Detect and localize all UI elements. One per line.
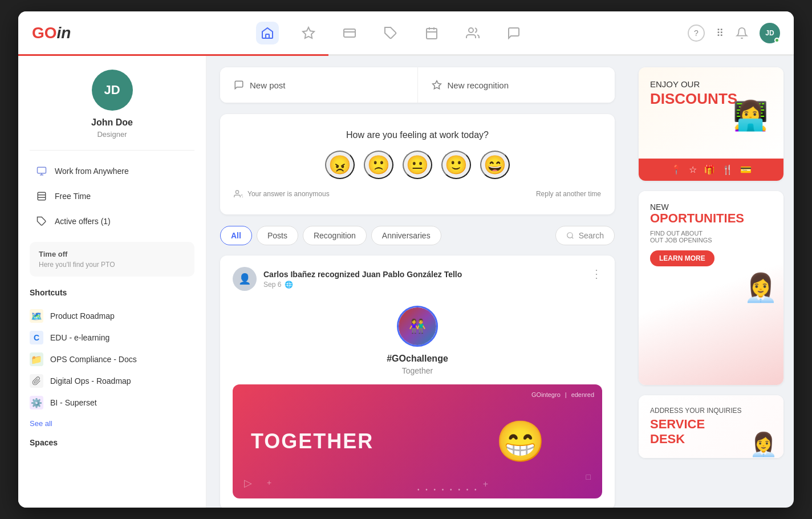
shortcut-bi[interactable]: ⚙️ BI - Superset <box>30 392 194 413</box>
search-tab[interactable]: Search <box>555 226 615 245</box>
shortcut-bi-label: BI - Superset <box>50 398 97 407</box>
ad-service-content: ADDRESS YOUR INQUIRIES SERVICEDESK 👩‍💼 <box>639 395 783 458</box>
sidebar-item-active-offers[interactable]: Active offers (1) <box>30 210 194 233</box>
logo-in: in <box>57 24 71 42</box>
time-off-subtitle: Here you'll find your PTO <box>39 261 185 269</box>
ad-icon-gift: 🎁 <box>704 164 715 175</box>
post-meta: Sep 6 🌐 <box>263 281 462 289</box>
svg-rect-10 <box>38 167 46 173</box>
logo[interactable]: GOin <box>32 24 71 42</box>
mood-very-bad[interactable]: 😠 <box>325 151 355 179</box>
logo-go: GO <box>32 24 57 42</box>
banner-gointegro: GOintegro <box>531 391 561 398</box>
svg-marker-17 <box>432 81 441 89</box>
profile-avatar: JD <box>92 70 133 111</box>
shortcut-digital-label: Digital Ops - Roadmap <box>50 376 131 386</box>
nav-tag-button[interactable] <box>379 22 402 44</box>
post-card: 👤 Carlos Ibañez recognized Juan Pablo Go… <box>220 256 615 508</box>
user-avatar-nav[interactable]: JD <box>760 23 780 43</box>
active-offers-icon <box>35 215 48 228</box>
ad-opportunities-person: 👩‍💼 <box>744 272 778 304</box>
nav-icon-group <box>94 22 688 44</box>
shortcut-digital-ops[interactable]: Digital Ops - Roadmap <box>30 370 194 392</box>
mood-question: How are you feeling at work today? <box>234 130 601 140</box>
svg-point-9 <box>469 28 473 33</box>
ops-icon: 📁 <box>30 352 43 366</box>
new-recognition-label: New recognition <box>448 80 509 90</box>
right-column: ENJOY OUR DISCOUNTS 👩‍💻 📍 ☆ 🎁 🍴 💳 <box>628 56 794 508</box>
time-off-section[interactable]: Time off Here you'll find your PTO <box>30 242 194 277</box>
main-content: JD John Doe Designer Work from Anywhere <box>18 56 794 508</box>
shape-dots: • • • • • • • • <box>417 486 478 493</box>
svg-rect-13 <box>38 192 46 200</box>
mood-great[interactable]: 😄 <box>480 151 510 179</box>
filter-all[interactable]: All <box>220 226 252 245</box>
bi-icon: ⚙️ <box>30 396 43 409</box>
learn-more-button[interactable]: LEARN MORE <box>650 250 714 266</box>
banner-separator: | <box>565 391 567 398</box>
svg-point-21 <box>567 233 572 238</box>
top-navigation: GOin <box>18 11 794 56</box>
banner-logo: GOintegro | edenred <box>531 391 594 398</box>
nav-calendar-button[interactable] <box>420 22 443 44</box>
online-indicator <box>774 38 779 43</box>
mood-bad[interactable]: 🙁 <box>364 151 393 179</box>
shortcut-product-roadmap[interactable]: 🗺️ Product Roadmap <box>30 305 194 327</box>
mood-good[interactable]: 🙂 <box>441 151 471 179</box>
see-all-link[interactable]: See all <box>30 419 194 428</box>
ad-opportunities-content: NEW OPORTUNITIES FIND OUT ABOUTOUT JOB O… <box>639 191 783 385</box>
filter-recognition[interactable]: Recognition <box>303 226 367 245</box>
nav-right-controls: ? ⠿ JD <box>688 23 780 43</box>
shortcut-label: Product Roadmap <box>50 311 115 321</box>
shape-triangle: ▷ <box>244 477 252 489</box>
ad-opportunities-main: OPORTUNITIES <box>650 212 736 225</box>
svg-point-18 <box>236 190 238 193</box>
post-menu-button[interactable]: ⋮ <box>591 267 602 281</box>
together-emoji: 😁 <box>496 421 545 461</box>
post-date: Sep 6 <box>263 281 281 289</box>
post-author-info: 👤 Carlos Ibañez recognized Juan Pablo Go… <box>233 267 462 291</box>
filter-anniversaries[interactable]: Anniversaries <box>371 226 441 245</box>
new-recognition-button[interactable]: New recognition <box>418 67 615 103</box>
nav-home-button[interactable] <box>256 22 279 44</box>
svg-rect-0 <box>266 34 269 38</box>
app-window: GOin <box>18 11 794 508</box>
reply-later-text[interactable]: Reply at another time <box>536 190 601 198</box>
shape-plus-right: + <box>483 479 488 489</box>
filter-posts[interactable]: Posts <box>257 226 298 245</box>
challenge-avatar: 👫 <box>397 306 438 347</box>
challenge-title: #GOchallenge <box>233 354 602 364</box>
ad-icon-location: 📍 <box>671 164 682 175</box>
new-post-button[interactable]: New post <box>220 67 418 103</box>
nav-card-button[interactable] <box>338 22 361 44</box>
anonymous-text: Your answer is anonymous <box>247 190 330 198</box>
svg-rect-2 <box>344 29 355 37</box>
free-time-label: Free Time <box>55 192 91 201</box>
post-header: 👤 Carlos Ibañez recognized Juan Pablo Go… <box>233 267 602 291</box>
edu-icon: C <box>30 331 43 344</box>
shortcut-ops[interactable]: 📁 OPS Compliance - Docs <box>30 348 194 370</box>
help-button[interactable]: ? <box>688 25 705 42</box>
filter-tabs: All Posts Recognition Anniversaries Sear… <box>220 226 615 245</box>
shortcut-edu[interactable]: C EDU - e-learning <box>30 327 194 348</box>
shortcuts-list: 🗺️ Product Roadmap C EDU - e-learning 📁 … <box>30 305 194 413</box>
nav-chat-button[interactable] <box>502 22 525 44</box>
globe-icon: 🌐 <box>285 281 293 289</box>
nav-people-button[interactable] <box>461 22 484 44</box>
ad-opportunities-heading: NEW <box>650 202 736 212</box>
ad-person-image: 👩‍💻 <box>722 73 779 159</box>
grid-button[interactable]: ⠿ <box>716 27 724 39</box>
post-composer: New post New recognition <box>220 67 615 103</box>
ad-service-person: 👩‍💼 <box>749 431 778 458</box>
notification-button[interactable] <box>736 27 748 39</box>
nav-star-button[interactable] <box>297 22 320 44</box>
sidebar-item-free-time[interactable]: Free Time <box>30 185 194 208</box>
profile-name: John Doe <box>91 117 133 128</box>
profile-section: JD John Doe Designer <box>30 70 194 151</box>
post-author-avatar: 👤 <box>233 267 257 291</box>
mood-neutral[interactable]: 😐 <box>403 151 432 179</box>
sidebar-item-work-from-anywhere[interactable]: Work from Anywhere <box>30 160 194 183</box>
ad-service-card: ADDRESS YOUR INQUIRIES SERVICEDESK 👩‍💼 <box>639 395 783 458</box>
ad-icon-food: 🍴 <box>722 164 733 175</box>
shortcuts-heading: Shortcuts <box>30 288 194 297</box>
